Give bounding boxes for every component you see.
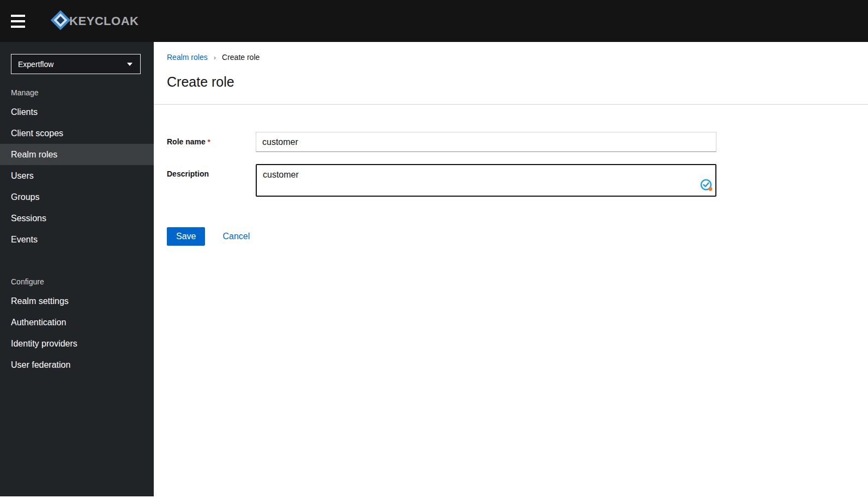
description-label: Description (167, 164, 256, 197)
breadcrumb-current: Create role (222, 53, 260, 62)
sidebar-nav: ManageClientsClient scopesRealm rolesUse… (0, 84, 154, 375)
hamburger-menu-button[interactable] (10, 9, 34, 33)
nav-section-title-configure: Configure (0, 273, 154, 290)
description-row: Description customer (167, 164, 868, 197)
top-bar: KEYCLOAK (0, 0, 868, 42)
sidebar-item-events[interactable]: Events (0, 229, 154, 250)
breadcrumb-separator-icon: › (214, 53, 216, 62)
page-header: Realm roles › Create role Create role (154, 42, 868, 105)
sidebar-item-users[interactable]: Users (0, 165, 154, 186)
keycloak-logo-icon (49, 9, 72, 34)
realm-selector[interactable]: Expertflow (11, 54, 141, 74)
keycloak-logo: KEYCLOAK (49, 9, 138, 34)
role-name-label: Role name* (167, 132, 256, 152)
sidebar-item-groups[interactable]: Groups (0, 186, 154, 208)
required-asterisk: * (208, 138, 210, 146)
create-role-form: Role name* Description customer (154, 105, 868, 246)
description-textarea[interactable]: customer (256, 164, 716, 197)
main-content: Realm roles › Create role Create role Ro… (154, 42, 868, 496)
realm-selector-value: Expertflow (18, 60, 53, 69)
save-button[interactable]: Save (167, 227, 205, 246)
form-actions: Save Cancel (167, 227, 868, 246)
sidebar-item-clients[interactable]: Clients (0, 101, 154, 123)
sidebar-item-user-federation[interactable]: User federation (0, 354, 154, 375)
check-badge-icon[interactable] (700, 179, 713, 192)
breadcrumb-realm-roles-link[interactable]: Realm roles (167, 53, 208, 62)
sidebar-item-identity-providers[interactable]: Identity providers (0, 333, 154, 354)
keycloak-logo-text: KEYCLOAK (69, 14, 138, 28)
description-textarea-wrap: customer (256, 164, 716, 197)
sidebar: Expertflow ManageClientsClient scopesRea… (0, 42, 154, 496)
sidebar-item-realm-settings[interactable]: Realm settings (0, 290, 154, 312)
sidebar-item-sessions[interactable]: Sessions (0, 208, 154, 229)
page-title: Create role (167, 74, 855, 104)
sidebar-item-client-scopes[interactable]: Client scopes (0, 123, 154, 144)
sidebar-item-realm-roles[interactable]: Realm roles (0, 144, 154, 165)
sidebar-item-authentication[interactable]: Authentication (0, 312, 154, 333)
nav-section-title-manage: Manage (0, 84, 154, 101)
cancel-link[interactable]: Cancel (222, 232, 250, 241)
app-layout: Expertflow ManageClientsClient scopesRea… (0, 42, 868, 496)
role-name-row: Role name* (167, 132, 868, 152)
breadcrumb: Realm roles › Create role (167, 53, 855, 62)
role-name-input[interactable] (256, 132, 716, 152)
chevron-down-icon (127, 63, 132, 66)
